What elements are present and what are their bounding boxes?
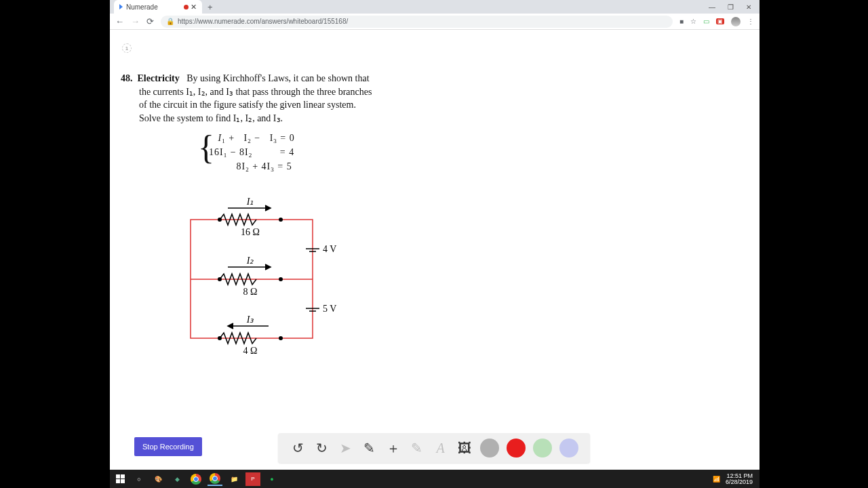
extension-blocker-icon[interactable]: ▣ (716, 18, 724, 24)
taskbar-chrome[interactable] (189, 472, 203, 486)
circuit-diagram: I₁ 16 Ω 4 V I₂ 8 Ω 5 V I₃ 4 Ω (187, 196, 350, 375)
problem-text-2: the currents I₁, I₂, and I₃ that pass th… (139, 85, 419, 99)
system-tray: 📶 12:51 PM 6/28/2019 (713, 473, 757, 485)
undo-button[interactable]: ↺ (290, 440, 307, 456)
browser-right-icons: ■ ☆ ▭ ▣ ⋮ (679, 17, 754, 26)
label-v1: 4 V (323, 244, 336, 254)
tab-close-button[interactable]: ✕ (191, 3, 197, 12)
color-blue[interactable] (559, 439, 578, 458)
taskbar-pdf[interactable]: P (245, 472, 260, 486)
tab-title: Numerade (126, 3, 158, 11)
equation-system: { I1 + I2 − I3 = 0 16I1 − 8I2 = 4 8I2 + … (209, 131, 419, 174)
new-tab-button[interactable]: + (208, 2, 213, 12)
profile-avatar[interactable] (731, 17, 741, 26)
lock-icon: 🔒 (166, 18, 174, 25)
tray-network-icon[interactable]: 📶 (713, 476, 720, 483)
clock-date: 6/28/2019 (726, 479, 753, 485)
window-controls: — ❐ ✕ (709, 3, 760, 11)
taskbar-app-2[interactable]: ◆ (170, 472, 184, 486)
browser-tab-active[interactable]: Numerade ✕ (114, 0, 202, 14)
page-content: 1 48. Electricity By using Kirchhoff's L… (110, 30, 760, 470)
pen-tool[interactable]: ✎ (361, 440, 378, 456)
color-green[interactable] (533, 439, 552, 458)
extension-monitor-icon[interactable]: ▭ (703, 18, 709, 25)
highlighter-tool[interactable]: ✎ (409, 440, 425, 456)
minimize-button[interactable]: — (709, 3, 715, 11)
svg-point-12 (279, 277, 283, 281)
label-i2: I₂ (246, 256, 254, 266)
stop-recording-button[interactable]: Stop Recording (134, 437, 202, 456)
equation-3: 8I2 + 4I3 = 5 (209, 160, 419, 174)
add-tool[interactable]: ＋ (385, 440, 401, 456)
equation-2: 16I1 − 8I2 = 4 (209, 146, 419, 160)
label-r2: 8 Ω (243, 287, 258, 297)
cortana-button[interactable]: ○ (132, 472, 146, 486)
address-bar: ← → ⟳ 🔒 https://www.numerade.com/answers… (110, 14, 760, 30)
url-text: https://www.numerade.com/answers/whitebo… (178, 18, 348, 25)
svg-point-11 (218, 277, 222, 281)
bookmark-icon[interactable]: ☆ (690, 18, 696, 25)
back-button[interactable]: ← (115, 16, 124, 26)
page-number-badge: 1 (122, 43, 132, 53)
browser-window: Numerade ✕ + — ❐ ✕ ← → ⟳ 🔒 https://www.n… (110, 0, 760, 470)
svg-point-13 (218, 336, 222, 340)
label-v2: 5 V (323, 304, 336, 314)
problem-number: 48. (121, 73, 133, 83)
start-button[interactable] (113, 472, 127, 486)
close-window-button[interactable]: ✕ (746, 3, 751, 11)
reload-button[interactable]: ⟳ (146, 16, 154, 26)
taskbar-spotify[interactable]: ● (264, 472, 279, 486)
problem-text-3: of the circuit in the figure satisfy the… (139, 98, 419, 112)
tab-bar: Numerade ✕ + — ❐ ✕ (110, 0, 760, 14)
color-red[interactable] (507, 439, 526, 458)
problem-text-4: Solve the system to find I₁, I₂, and I₃. (139, 112, 419, 125)
problem-title: Electricity (138, 73, 180, 83)
svg-point-9 (218, 218, 222, 222)
label-r1: 16 Ω (241, 227, 260, 237)
text-tool[interactable]: A (433, 440, 449, 456)
svg-point-10 (279, 218, 283, 222)
taskbar-explorer[interactable]: 📁 (226, 472, 241, 486)
equation-1: I1 + I2 − I3 = 0 (209, 131, 419, 146)
favicon-icon (119, 4, 123, 9)
label-r3: 4 Ω (243, 346, 258, 356)
problem-statement: 48. Electricity By using Kirchhoff's Law… (121, 72, 419, 174)
taskbar-app-1[interactable]: 🎨 (151, 472, 165, 486)
whiteboard-toolbar: ↺ ↻ ➤ ✎ ＋ ✎ A 🖼 (278, 433, 590, 463)
taskbar-clock[interactable]: 12:51 PM 6/28/2019 (726, 473, 753, 485)
maximize-button[interactable]: ❐ (728, 3, 734, 11)
redo-button[interactable]: ↻ (314, 440, 330, 456)
forward-button[interactable]: → (131, 16, 140, 26)
video-icon[interactable]: ■ (679, 18, 684, 25)
windows-taskbar: ○ 🎨 ◆ 📁 P ● 📶 12:51 PM 6/28/2019 (110, 470, 760, 488)
problem-text-1: By using Kirchhoff's Laws, it can be sho… (186, 73, 369, 83)
image-tool[interactable]: 🖼 (456, 440, 473, 456)
svg-point-14 (279, 336, 283, 340)
label-i3: I₃ (246, 314, 255, 325)
pointer-tool[interactable]: ➤ (338, 440, 354, 456)
tab-close-area: ✕ (184, 3, 197, 12)
label-i1: I₁ (246, 197, 254, 207)
url-input[interactable]: 🔒 https://www.numerade.com/answers/white… (161, 16, 673, 28)
taskbar-chrome-active[interactable] (208, 472, 222, 486)
brace-icon: { (198, 130, 214, 164)
color-gray[interactable] (480, 439, 499, 458)
recording-indicator-icon (184, 5, 189, 9)
menu-button[interactable]: ⋮ (747, 18, 754, 25)
